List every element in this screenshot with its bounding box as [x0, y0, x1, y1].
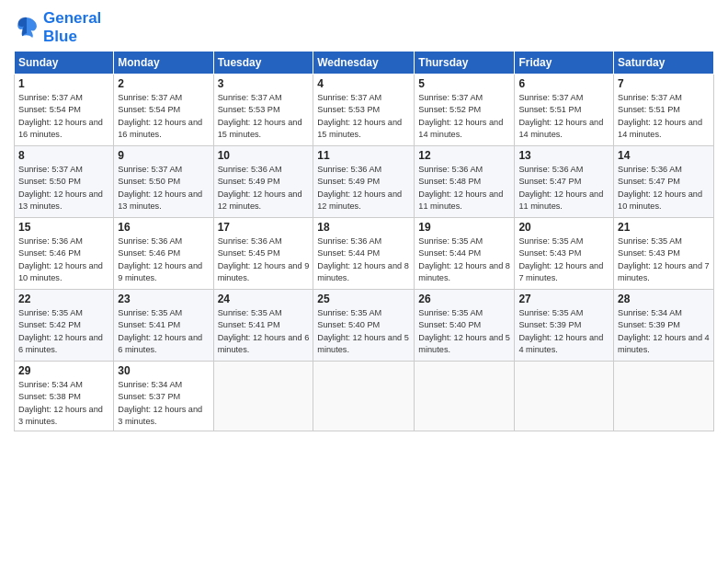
calendar-cell: 8Sunrise: 5:37 AM Sunset: 5:50 PM Daylig…	[15, 146, 114, 218]
day-info: Sunrise: 5:37 AM Sunset: 5:53 PM Dayligh…	[218, 92, 310, 141]
day-number: 8	[18, 149, 109, 162]
day-info: Sunrise: 5:35 AM Sunset: 5:41 PM Dayligh…	[118, 307, 209, 356]
day-number: 9	[118, 149, 209, 162]
weekday-header-row: SundayMondayTuesdayWednesdayThursdayFrid…	[15, 52, 714, 75]
weekday-header-thursday: Thursday	[415, 52, 515, 75]
weekday-header-friday: Friday	[515, 52, 614, 75]
day-info: Sunrise: 5:34 AM Sunset: 5:37 PM Dayligh…	[118, 379, 209, 428]
day-number: 19	[418, 221, 510, 234]
day-info: Sunrise: 5:36 AM Sunset: 5:48 PM Dayligh…	[418, 164, 510, 213]
day-number: 18	[317, 221, 410, 234]
day-number: 27	[518, 293, 609, 305]
day-number: 15	[18, 221, 109, 234]
day-info: Sunrise: 5:36 AM Sunset: 5:45 PM Dayligh…	[218, 236, 310, 284]
header: General Blue	[14, 9, 714, 45]
day-number: 3	[218, 77, 310, 90]
day-number: 1	[18, 77, 109, 90]
day-number: 12	[418, 149, 510, 162]
calendar-cell: 21Sunrise: 5:35 AM Sunset: 5:43 PM Dayli…	[614, 218, 714, 290]
day-info: Sunrise: 5:36 AM Sunset: 5:46 PM Dayligh…	[118, 236, 209, 284]
calendar-cell: 18Sunrise: 5:36 AM Sunset: 5:44 PM Dayli…	[313, 218, 415, 290]
calendar-week-4: 22Sunrise: 5:35 AM Sunset: 5:42 PM Dayli…	[15, 290, 714, 362]
day-number: 11	[317, 149, 410, 162]
calendar-cell: 4Sunrise: 5:37 AM Sunset: 5:53 PM Daylig…	[313, 75, 415, 146]
calendar-cell: 14Sunrise: 5:36 AM Sunset: 5:47 PM Dayli…	[614, 146, 714, 218]
weekday-header-saturday: Saturday	[614, 52, 714, 75]
weekday-header-monday: Monday	[114, 52, 213, 75]
weekday-header-tuesday: Tuesday	[213, 52, 313, 75]
calendar-cell: 11Sunrise: 5:36 AM Sunset: 5:49 PM Dayli…	[313, 146, 415, 218]
day-number: 7	[618, 77, 710, 90]
calendar-cell	[213, 362, 313, 431]
day-number: 22	[18, 293, 109, 305]
day-number: 30	[118, 364, 209, 377]
day-info: Sunrise: 5:36 AM Sunset: 5:47 PM Dayligh…	[618, 164, 710, 213]
day-number: 16	[118, 221, 209, 234]
calendar-cell: 12Sunrise: 5:36 AM Sunset: 5:48 PM Dayli…	[415, 146, 515, 218]
calendar-cell: 3Sunrise: 5:37 AM Sunset: 5:53 PM Daylig…	[213, 75, 313, 146]
day-number: 10	[218, 149, 310, 162]
calendar-cell: 16Sunrise: 5:36 AM Sunset: 5:46 PM Dayli…	[114, 218, 213, 290]
day-info: Sunrise: 5:35 AM Sunset: 5:39 PM Dayligh…	[518, 307, 609, 356]
day-info: Sunrise: 5:35 AM Sunset: 5:40 PM Dayligh…	[317, 307, 410, 356]
calendar-container: General Blue SundayMondayTuesdayWednesda…	[0, 0, 728, 563]
calendar-cell	[313, 362, 415, 431]
day-info: Sunrise: 5:36 AM Sunset: 5:49 PM Dayligh…	[218, 164, 310, 213]
day-info: Sunrise: 5:35 AM Sunset: 5:44 PM Dayligh…	[418, 236, 510, 284]
day-number: 6	[518, 77, 609, 90]
calendar-cell: 7Sunrise: 5:37 AM Sunset: 5:51 PM Daylig…	[614, 75, 714, 146]
day-info: Sunrise: 5:35 AM Sunset: 5:40 PM Dayligh…	[418, 307, 510, 356]
day-info: Sunrise: 5:36 AM Sunset: 5:44 PM Dayligh…	[317, 236, 410, 284]
calendar-week-2: 8Sunrise: 5:37 AM Sunset: 5:50 PM Daylig…	[15, 146, 714, 218]
weekday-header-wednesday: Wednesday	[313, 52, 415, 75]
day-info: Sunrise: 5:36 AM Sunset: 5:46 PM Dayligh…	[18, 236, 109, 284]
calendar-week-5: 29Sunrise: 5:34 AM Sunset: 5:38 PM Dayli…	[15, 362, 714, 431]
calendar-cell: 5Sunrise: 5:37 AM Sunset: 5:52 PM Daylig…	[415, 75, 515, 146]
calendar-cell: 26Sunrise: 5:35 AM Sunset: 5:40 PM Dayli…	[415, 290, 515, 362]
day-info: Sunrise: 5:37 AM Sunset: 5:50 PM Dayligh…	[118, 164, 209, 213]
day-info: Sunrise: 5:35 AM Sunset: 5:42 PM Dayligh…	[18, 307, 109, 356]
day-info: Sunrise: 5:37 AM Sunset: 5:51 PM Dayligh…	[618, 92, 710, 141]
calendar-cell: 13Sunrise: 5:36 AM Sunset: 5:47 PM Dayli…	[515, 146, 614, 218]
calendar-cell: 23Sunrise: 5:35 AM Sunset: 5:41 PM Dayli…	[114, 290, 213, 362]
calendar-cell: 30Sunrise: 5:34 AM Sunset: 5:37 PM Dayli…	[114, 362, 213, 431]
day-info: Sunrise: 5:34 AM Sunset: 5:39 PM Dayligh…	[618, 307, 710, 356]
day-info: Sunrise: 5:36 AM Sunset: 5:49 PM Dayligh…	[317, 164, 410, 213]
calendar-cell: 28Sunrise: 5:34 AM Sunset: 5:39 PM Dayli…	[614, 290, 714, 362]
day-number: 20	[518, 221, 609, 234]
day-number: 2	[118, 77, 209, 90]
day-number: 25	[317, 293, 410, 305]
calendar-cell	[614, 362, 714, 431]
day-number: 21	[618, 221, 710, 234]
day-number: 17	[218, 221, 310, 234]
day-number: 14	[618, 149, 710, 162]
day-number: 13	[518, 149, 609, 162]
day-info: Sunrise: 5:37 AM Sunset: 5:54 PM Dayligh…	[118, 92, 209, 141]
calendar-cell: 2Sunrise: 5:37 AM Sunset: 5:54 PM Daylig…	[114, 75, 213, 146]
day-info: Sunrise: 5:35 AM Sunset: 5:43 PM Dayligh…	[518, 236, 609, 284]
calendar-cell: 10Sunrise: 5:36 AM Sunset: 5:49 PM Dayli…	[213, 146, 313, 218]
calendar-cell: 22Sunrise: 5:35 AM Sunset: 5:42 PM Dayli…	[15, 290, 114, 362]
calendar-week-1: 1Sunrise: 5:37 AM Sunset: 5:54 PM Daylig…	[15, 75, 714, 146]
calendar-cell: 27Sunrise: 5:35 AM Sunset: 5:39 PM Dayli…	[515, 290, 614, 362]
day-number: 4	[317, 77, 410, 90]
calendar-cell: 15Sunrise: 5:36 AM Sunset: 5:46 PM Dayli…	[15, 218, 114, 290]
day-info: Sunrise: 5:34 AM Sunset: 5:38 PM Dayligh…	[18, 379, 109, 428]
calendar-cell: 25Sunrise: 5:35 AM Sunset: 5:40 PM Dayli…	[313, 290, 415, 362]
logo: General Blue	[14, 9, 101, 45]
calendar-cell: 20Sunrise: 5:35 AM Sunset: 5:43 PM Dayli…	[515, 218, 614, 290]
day-info: Sunrise: 5:35 AM Sunset: 5:41 PM Dayligh…	[218, 307, 310, 356]
day-number: 5	[418, 77, 510, 90]
day-info: Sunrise: 5:36 AM Sunset: 5:47 PM Dayligh…	[518, 164, 609, 213]
calendar-cell	[515, 362, 614, 431]
day-number: 23	[118, 293, 209, 305]
calendar-table: SundayMondayTuesdayWednesdayThursdayFrid…	[14, 51, 714, 431]
calendar-cell: 1Sunrise: 5:37 AM Sunset: 5:54 PM Daylig…	[15, 75, 114, 146]
day-info: Sunrise: 5:37 AM Sunset: 5:52 PM Dayligh…	[418, 92, 510, 141]
calendar-cell: 29Sunrise: 5:34 AM Sunset: 5:38 PM Dayli…	[15, 362, 114, 431]
day-info: Sunrise: 5:37 AM Sunset: 5:50 PM Dayligh…	[18, 164, 109, 213]
day-info: Sunrise: 5:37 AM Sunset: 5:53 PM Dayligh…	[317, 92, 410, 141]
calendar-cell: 24Sunrise: 5:35 AM Sunset: 5:41 PM Dayli…	[213, 290, 313, 362]
calendar-cell	[415, 362, 515, 431]
day-info: Sunrise: 5:37 AM Sunset: 5:54 PM Dayligh…	[18, 92, 109, 141]
